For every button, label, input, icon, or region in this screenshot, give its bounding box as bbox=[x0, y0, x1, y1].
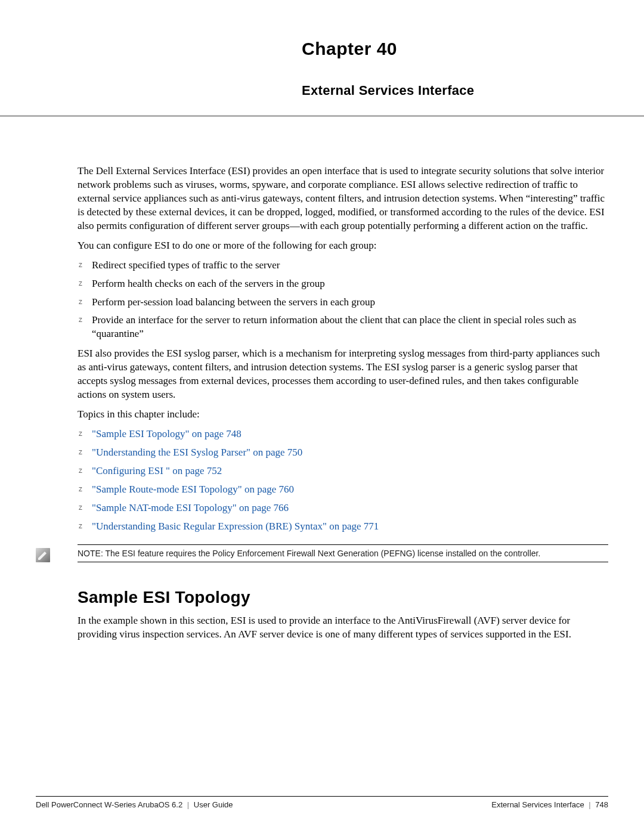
chapter-number: Chapter 40 bbox=[36, 39, 608, 59]
cross-reference-link[interactable]: "Sample ESI Topology" on page 748 bbox=[92, 428, 242, 439]
intro-paragraph-1: The Dell External Services Interface (ES… bbox=[78, 165, 608, 233]
footer-separator: | bbox=[187, 800, 189, 809]
note-callout: NOTE: The ESI feature requires the Polic… bbox=[36, 544, 608, 562]
footer-line: Dell PowerConnect W-Series ArubaOS 6.2 |… bbox=[36, 800, 608, 809]
cross-reference-link[interactable]: "Configuring ESI " on page 752 bbox=[92, 465, 222, 476]
list-item: Perform per-session load balancing betwe… bbox=[78, 296, 608, 309]
header-divider bbox=[0, 115, 644, 117]
body-content: The Dell External Services Interface (ES… bbox=[36, 165, 608, 534]
list-item: "Sample NAT-mode ESI Topology" on page 7… bbox=[78, 501, 608, 515]
footer-right: External Services Interface | 748 bbox=[491, 800, 608, 809]
footer-product: Dell PowerConnect W-Series ArubaOS 6.2 bbox=[36, 800, 182, 809]
footer-left: Dell PowerConnect W-Series ArubaOS 6.2 |… bbox=[36, 800, 233, 809]
list-item: Perform health checks on each of the ser… bbox=[78, 277, 608, 291]
cross-reference-link[interactable]: "Understanding Basic Regular Expression … bbox=[92, 521, 379, 532]
pencil-note-icon bbox=[36, 548, 50, 562]
note-icon-column bbox=[36, 544, 78, 562]
footer-page-number: 748 bbox=[595, 800, 608, 809]
cross-reference-link[interactable]: "Sample NAT-mode ESI Topology" on page 7… bbox=[92, 502, 289, 513]
footer-section: External Services Interface bbox=[491, 800, 584, 809]
intro-paragraph-2: You can configure ESI to do one or more … bbox=[78, 239, 608, 253]
chapter-header: Chapter 40 External Services Interface bbox=[36, 39, 608, 98]
topics-list: "Sample ESI Topology" on page 748 "Under… bbox=[78, 428, 608, 534]
section-block: Sample ESI Topology In the example shown… bbox=[36, 586, 608, 642]
list-item: "Sample ESI Topology" on page 748 bbox=[78, 428, 608, 441]
list-item: "Sample Route-mode ESI Topology" on page… bbox=[78, 483, 608, 497]
section-paragraph: In the example shown in this section, ES… bbox=[78, 614, 608, 642]
list-item: Provide an interface for the server to r… bbox=[78, 314, 608, 341]
list-item: Redirect specified types of traffic to t… bbox=[78, 259, 608, 272]
intro-paragraph-3: ESI also provides the ESI syslog parser,… bbox=[78, 347, 608, 402]
topics-lead-in: Topics in this chapter include: bbox=[78, 408, 608, 422]
page-footer: Dell PowerConnect W-Series ArubaOS 6.2 |… bbox=[36, 796, 608, 809]
footer-divider bbox=[36, 796, 608, 797]
footer-separator: | bbox=[589, 800, 590, 809]
note-text: NOTE: The ESI feature requires the Polic… bbox=[78, 544, 608, 562]
list-item: "Understanding the ESI Syslog Parser" on… bbox=[78, 446, 608, 460]
cross-reference-link[interactable]: "Sample Route-mode ESI Topology" on page… bbox=[92, 484, 294, 495]
action-list: Redirect specified types of traffic to t… bbox=[78, 259, 608, 342]
footer-doc-type: User Guide bbox=[194, 800, 233, 809]
chapter-title: External Services Interface bbox=[36, 83, 608, 98]
list-item: "Configuring ESI " on page 752 bbox=[78, 465, 608, 478]
list-item: "Understanding Basic Regular Expression … bbox=[78, 520, 608, 534]
section-heading: Sample ESI Topology bbox=[78, 586, 608, 609]
cross-reference-link[interactable]: "Understanding the ESI Syslog Parser" on… bbox=[92, 447, 302, 458]
document-page: Chapter 40 External Services Interface T… bbox=[0, 0, 644, 833]
